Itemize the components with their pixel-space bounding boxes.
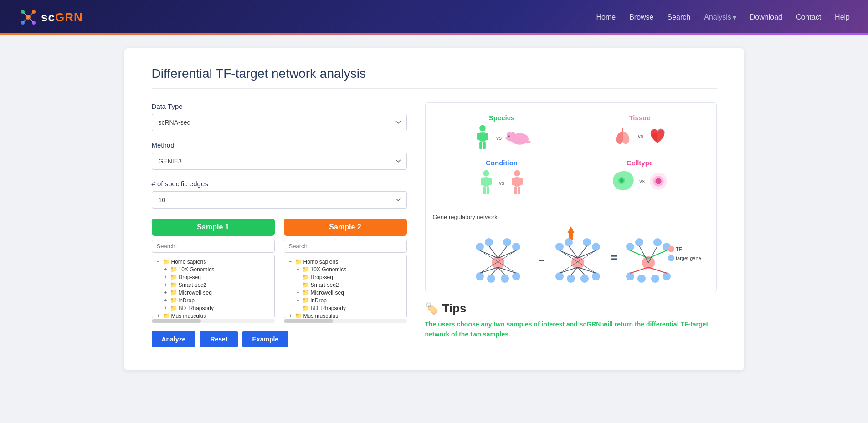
svg-point-97 [668,246,674,252]
edges-label: # of specific edges [152,180,407,188]
svg-point-67 [555,272,564,280]
tree-label: 10X Genomics [311,266,347,273]
expand-icon[interactable]: + [163,290,169,295]
datatype-group: Data Type scRNA-seq scATAC-seq [152,102,407,131]
folder-icon: 📁 [302,305,309,311]
svg-point-9 [479,125,486,132]
expand-icon[interactable]: + [163,282,169,287]
expand-icon[interactable]: + [163,306,169,311]
svg-point-62 [571,256,584,269]
tree-item[interactable]: + 📁 Drop-seq [163,273,271,281]
tree-label: inDrop [311,297,327,304]
expand-icon[interactable]: + [156,313,161,318]
svg-point-37 [620,178,624,183]
nav-links: Home Browse Search Analysis ▾ Download C… [596,13,850,22]
nav-search[interactable]: Search [668,13,691,21]
analyze-button[interactable]: Analyze [152,331,196,347]
tree-item[interactable]: + 📁 Smart-seq2 [295,281,403,289]
svg-point-49 [501,275,509,283]
reset-button[interactable]: Reset [200,331,237,347]
expand-icon[interactable]: + [295,306,301,311]
datatype-select[interactable]: scRNA-seq scATAC-seq [152,114,407,131]
nav-browse[interactable]: Browse [629,13,653,21]
folder-icon: 📁 [302,274,309,280]
tips-text: The users choose any two samples of inte… [425,319,717,340]
expand-icon[interactable]: + [295,275,301,280]
svg-rect-34 [514,187,517,194]
nav-help[interactable]: Help [835,13,850,21]
svg-point-17 [507,132,512,136]
svg-point-42 [492,256,504,269]
sample2-search[interactable] [284,240,407,253]
expand-icon[interactable]: + [295,290,301,295]
svg-point-66 [592,243,600,251]
condition-label: Condition [486,159,518,167]
example-button[interactable]: Example [242,331,289,347]
nav-download[interactable]: Download [750,13,782,21]
species-vs: vs [496,135,502,141]
tissue-vs-row: vs [611,124,668,148]
celltype-vs-row: vs [611,169,668,193]
tree-item[interactable]: + 📁 inDrop [163,296,271,304]
tree-label: BD_Rhapsody [179,305,214,311]
tree-item[interactable]: + 📁 Drop-seq [295,273,403,281]
network-diagram: − [433,224,709,283]
tree-item[interactable]: + 📁 Microwell-seq [295,289,403,296]
expand-icon[interactable]: + [295,267,301,272]
tree-item[interactable]: + 📁 inDrop [295,296,403,304]
tree-item[interactable]: + 📁 BD_Rhapsody [295,304,403,312]
tree-item[interactable]: + 📁 10X Genomics [295,265,403,273]
folder-icon: 📁 [170,274,177,280]
method-group: Method GENIE3 SCENIC PIDC [152,141,407,170]
expand-icon[interactable]: + [288,313,293,318]
condition-vs: vs [499,180,504,186]
sample1-tree[interactable]: − 📁 Homo sapiens + 📁 10X Genomics + [152,255,275,318]
expand-icon[interactable]: − [288,259,293,264]
expand-icon[interactable]: + [163,275,169,280]
folder-icon: 📁 [302,281,309,288]
folder-icon: 📁 [295,312,302,318]
svg-rect-26 [481,178,485,185]
svg-rect-13 [479,142,482,149]
tree-item[interactable]: − 📁 Homo sapiens [156,258,271,265]
expand-icon[interactable]: + [163,267,169,272]
sample2-box: Sample 2 − 📁 Homo sapiens + 📁 10 [284,219,407,323]
svg-point-40 [655,178,661,184]
sample2-tree[interactable]: − 📁 Homo sapiens + 📁 10X Genomics + [284,255,407,318]
tree-item[interactable]: + 📁 Microwell-seq [163,289,271,296]
svg-rect-35 [518,187,520,194]
samples-row: Sample 1 − 📁 Homo sapiens + 📁 10 [152,219,407,323]
tree-item[interactable]: + 📁 Smart-seq2 [163,281,271,289]
species-label: Species [489,114,515,122]
tree-item[interactable]: + 📁 BD_Rhapsody [163,304,271,312]
page-title: Differential TF-target network analysis [152,66,717,89]
tree-item[interactable]: + 📁 10X Genomics [163,265,271,273]
tree-item[interactable]: + 📁 Mus musculus [288,312,403,318]
nav-analysis[interactable]: Analysis ▾ [704,13,736,22]
expand-icon[interactable]: − [156,259,161,264]
tips-title: Tips [442,301,467,316]
logo[interactable]: scGRN [18,7,83,27]
svg-point-89 [651,275,659,283]
sample2-hscroll[interactable] [284,319,407,323]
diagram-box: Species vs [425,102,717,292]
sample1-search[interactable] [152,240,275,253]
nav-contact[interactable]: Contact [796,13,821,21]
pink-cell-icon [648,171,668,191]
edges-group: # of specific edges 5 10 20 50 [152,180,407,209]
expand-icon[interactable]: + [163,298,169,303]
lungs-icon [611,124,634,148]
tree-label: Homo sapiens [303,259,339,265]
expand-icon[interactable]: + [295,282,301,287]
edges-select[interactable]: 5 10 20 50 [152,191,407,209]
hscroll-thumb [152,319,201,323]
expand-icon[interactable]: + [295,298,301,303]
svg-point-18 [511,132,515,136]
diagram-grid: Species vs [433,110,709,200]
tree-item[interactable]: + 📁 Mus musculus [156,312,271,318]
svg-point-85 [653,238,662,246]
sample1-hscroll[interactable] [152,319,275,323]
nav-home[interactable]: Home [596,13,616,21]
method-select[interactable]: GENIE3 SCENIC PIDC [152,153,407,170]
tree-item[interactable]: − 📁 Homo sapiens [288,258,403,265]
